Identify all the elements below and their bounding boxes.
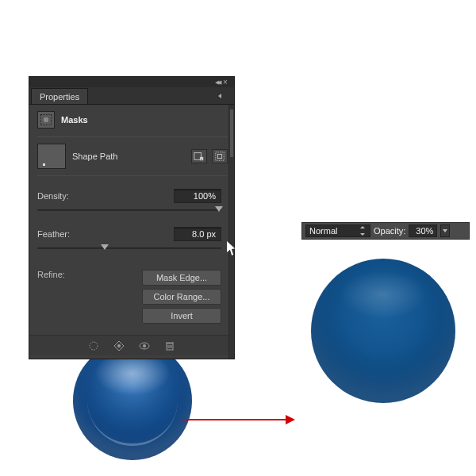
svg-point-8 <box>143 344 146 347</box>
mask-thumbnail[interactable] <box>37 144 66 169</box>
svg-rect-3 <box>216 152 225 161</box>
properties-panel: ◀◀ × Properties Masks Shape Path + <box>29 76 235 359</box>
opacity-dropdown-icon[interactable] <box>440 225 450 237</box>
delete-mask-icon[interactable] <box>163 339 177 353</box>
color-range-button[interactable]: Color Range... <box>142 289 221 305</box>
blend-mode-stepper-icon[interactable] <box>360 226 368 236</box>
invert-button[interactable]: Invert <box>142 308 221 324</box>
arrow-annotation <box>182 419 294 420</box>
feather-label: Feather: <box>37 229 83 239</box>
feather-value-field[interactable]: 8.0 px <box>174 227 221 241</box>
sphere-preview-right <box>311 259 455 403</box>
panel-top-strip: ◀◀ × <box>29 76 235 87</box>
opacity-value-field[interactable]: 30% <box>409 225 437 237</box>
add-mask-icon[interactable]: + <box>191 149 207 163</box>
divider <box>37 136 228 137</box>
svg-point-5 <box>90 342 98 350</box>
masks-section-label: Masks <box>61 115 88 125</box>
feather-slider[interactable] <box>37 244 221 252</box>
mask-mode-icon[interactable] <box>37 111 55 129</box>
panel-scrollbar[interactable] <box>228 105 234 359</box>
mask-edge-button[interactable]: Mask Edge... <box>142 270 221 286</box>
apply-mask-icon[interactable] <box>112 339 126 353</box>
mask-name-label: Shape Path <box>72 152 118 161</box>
svg-text:+: + <box>201 157 203 161</box>
blend-mode-value: Normal <box>309 226 337 236</box>
svg-rect-4 <box>217 154 221 158</box>
panel-body: Masks Shape Path + Density: 100% Feat <box>29 105 235 359</box>
blend-mode-select[interactable]: Normal <box>305 225 370 237</box>
load-selection-icon[interactable] <box>86 339 101 353</box>
refine-label: Refine: <box>37 270 65 279</box>
layer-options-bar: Normal Opacity: 30% <box>301 222 470 240</box>
svg-point-6 <box>117 344 121 347</box>
panel-tab-row: Properties <box>29 87 235 105</box>
density-label: Density: <box>37 191 83 201</box>
opacity-label: Opacity: <box>374 226 405 236</box>
close-icon[interactable]: × <box>223 79 229 86</box>
density-value-field[interactable]: 100% <box>174 189 221 203</box>
panel-footer <box>29 335 234 355</box>
collapse-arrows-icon[interactable]: ◀◀ <box>215 79 220 86</box>
toggle-mask-icon[interactable] <box>137 339 152 353</box>
density-slider[interactable] <box>37 206 221 214</box>
panel-menu-button[interactable] <box>218 90 229 100</box>
divider <box>37 175 228 176</box>
tab-properties[interactable]: Properties <box>31 88 88 104</box>
select-mask-icon[interactable] <box>212 149 228 163</box>
